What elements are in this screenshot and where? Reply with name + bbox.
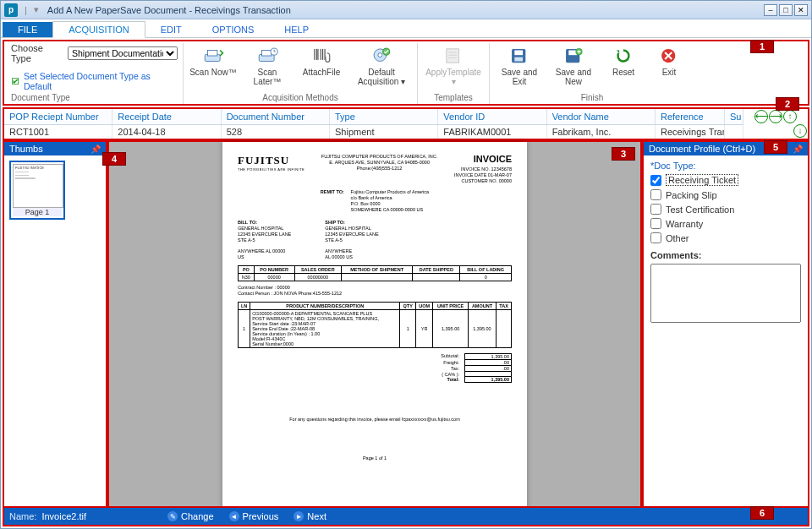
col-vendor-id[interactable]: Vendor ID [438,109,546,124]
dropdown-icon: ▾ [401,77,405,86]
name-label: Name: [9,511,36,521]
invoice-billloc: ANYWHERE AL 00000 US [238,248,291,260]
apply-template-button: ApplyTemplate▾ [423,43,484,86]
col-vendor-name[interactable]: Vendor Name [547,109,656,124]
invoice-page: FUJITSU THE POSSIBILITIES ARE INFINITE F… [222,142,527,510]
pin-icon[interactable]: 📌 [91,145,101,154]
thumbs-panel: 4 Thumbs 📌 FUJITSU INVOICE————————▭▭▭▭▭▭… [3,140,107,512]
scan-later-button[interactable]: Scan Later™ [243,43,292,86]
save-and-new-button[interactable]: Save and New [549,43,598,86]
title-bar: p | ▾ Add A New PaperSave Document - Rec… [1,1,811,19]
thumbnail-page-1[interactable]: FUJITSU INVOICE————————▭▭▭▭▭▭ Page 1 [9,161,65,220]
cell-receipt-date: 2014-04-18 [112,125,221,139]
tab-acquisition[interactable]: ACQUISITION [52,21,145,38]
invoice-pager: Page 1 of 1 [238,455,512,461]
col-doc-number[interactable]: Document Number [222,109,330,124]
minimize-button[interactable]: – [764,4,777,16]
barcode-paperclip-icon [310,45,333,67]
cell-vendor-name: Fabrikam, Inc. [547,125,656,139]
dropdown-icon: ▾ [452,77,456,86]
invoice-meta: INVOICE NO. 12345678 INVOICE DATE 01-MAR… [454,166,512,184]
qat-dropdown-icon[interactable]: ▾ [34,4,39,15]
document-viewer[interactable]: 3 FUJITSU THE POSSIBILITIES ARE INFINITE… [107,140,642,512]
choose-type-select[interactable]: Shipment Documentatio [68,46,178,60]
document-profile-panel: 5 Document Profile (Ctrl+D) 📌 *Doc Type:… [642,140,809,512]
cell-type: Shipment [330,125,438,139]
callout-1: 1 [750,40,774,53]
previous-button[interactable]: ◄Previous [229,511,279,521]
doc-type-other[interactable]: Other [650,232,801,243]
svg-rect-3 [262,51,272,57]
col-type[interactable]: Type [330,109,438,124]
invoice-shipto-label: SHIP TO: [325,220,378,226]
set-default-button[interactable]: 🗹 Set Selected Document Type as Default [11,71,178,91]
invoice-remit: Fujitsu Computer Products of America c/o… [351,189,430,213]
invoice-header-table: POPO NUMBERSALES ORDERMETHOD OF SHIPMENT… [238,265,512,281]
svg-rect-1 [208,51,217,57]
close-button[interactable]: ✕ [794,4,808,16]
save-icon [508,45,531,67]
change-button[interactable]: ✎Change [167,511,214,521]
col-reference[interactable]: Reference [656,109,725,124]
cell-vendor-id: FABRIKAM0001 [438,125,546,139]
grid-prev-button[interactable]: ⟵ [754,110,768,123]
svg-rect-14 [447,49,459,63]
doc-type-warranty[interactable]: Warranty [650,218,801,229]
grid-next-button[interactable]: ⟶ [769,110,782,123]
grid-nav-buttons: ⟵ ⟶ ↑ ↓ [743,109,808,139]
choose-type-label: Choose Type [11,43,64,63]
invoice-footnote: For any questions regarding this invoice… [238,417,512,422]
svg-rect-19 [514,51,523,56]
template-icon [442,45,465,67]
exit-button[interactable]: Exit [649,43,689,77]
tab-help[interactable]: HELP [269,22,324,37]
record-grid: 2 POP Reciept Number Receipt Date Docume… [3,107,809,140]
callout-4: 4 [102,152,126,166]
tab-file[interactable]: FILE [3,22,52,37]
close-circle-icon [657,45,681,67]
invoice-shipto: GENERAL HOSPITAL 12345 EVERCURE LANE STE… [325,226,378,243]
maximize-button[interactable]: □ [779,4,793,16]
callout-5: 5 [764,140,787,154]
col-su[interactable]: Su [725,109,743,124]
invoice-billto-label: BILL TO: [238,220,291,226]
col-receipt-date[interactable]: Receipt Date [112,109,221,124]
invoice-lines-table: LNPRODUCT NUMBER/DESCRIPTIONQTYUOMUNIT P… [238,302,512,348]
pin-icon[interactable]: 📌 [793,145,803,154]
grid-data-row[interactable]: RCT1001 2014-04-18 528 Shipment FABRIKAM… [4,125,743,139]
invoice-remit-label: REMIT TO: [321,189,344,194]
ribbon-tabs: FILE ACQUISITION EDIT OPTIONS HELP [1,19,811,38]
arrow-right-icon: ► [294,511,304,521]
group-label-acq: Acquisition Methods [262,93,338,104]
tab-options[interactable]: OPTIONS [197,22,270,37]
invoice-totals: Subtotal:1,395.00 Freight:.00 Tax:.00 ( … [386,353,512,383]
cell-reference: Receivings Transa [656,125,725,139]
window-title: Add A New PaperSave Document - Receiving… [47,5,291,15]
checkmark-page-icon: 🗹 [11,76,20,86]
col-pop-receipt[interactable]: POP Reciept Number [4,109,112,124]
invoice-logo-sub: THE POSSIBILITIES ARE INFINITE [238,167,304,172]
cell-pop-receipt: RCT1001 [4,125,112,139]
grid-up-button[interactable]: ↑ [783,110,797,123]
save-and-exit-button[interactable]: Save and Exit [495,43,544,86]
doc-type-label: *Doc Type: [650,161,801,171]
reset-icon [612,45,635,67]
reset-button[interactable]: Reset [603,43,644,77]
attach-file-button[interactable]: AttachFile [297,43,346,77]
file-name-value: Invoice2.tif [41,511,86,521]
default-acquisition-button[interactable]: Default Acquisition ▾ [351,43,412,86]
grid-down-button[interactable]: ↓ [793,124,807,138]
grid-header-row: POP Reciept Number Receipt Date Document… [4,109,743,125]
callout-2: 2 [776,97,799,111]
scan-now-button[interactable]: Scan Now™ [189,43,238,77]
svg-rect-20 [514,57,523,62]
thumbnail-preview: FUJITSU INVOICE————————▭▭▭▭▭▭ [13,164,63,208]
next-button[interactable]: ►Next [294,511,326,521]
doc-type-test-certification[interactable]: Test Certification [650,204,801,215]
cell-su [725,125,743,139]
comments-textarea[interactable] [650,264,801,323]
tab-edit[interactable]: EDIT [145,22,197,37]
doc-type-receiving-ticket[interactable]: Receiving Ticket [650,174,801,186]
doc-type-packing-slip[interactable]: Packing Slip [650,189,801,200]
invoice-billto: GENERAL HOSPITAL 12345 EVERCURE LANE STE… [238,226,291,243]
